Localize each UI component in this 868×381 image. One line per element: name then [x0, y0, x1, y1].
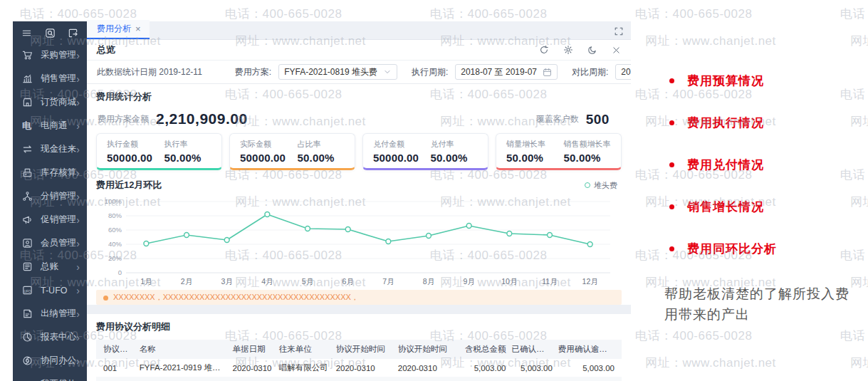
table-header-cell: 含税总金额 — [457, 344, 509, 355]
chart-title: 费用近12月环比 — [96, 179, 162, 192]
plan-amount-label: 费用方案金额 — [98, 113, 149, 127]
search-icon[interactable] — [45, 28, 56, 38]
table-cell: 2020-0310 — [229, 364, 276, 372]
sidebar-item-promotion[interactable]: 促销管理› — [13, 208, 87, 231]
bullet-text: 费用兑付情况 — [687, 157, 764, 173]
stat-card-1: 实际金额50000.00占比率50.00% — [229, 133, 355, 170]
sidebar-item-ledger[interactable]: 总账› — [13, 255, 87, 278]
table-cell: 2020-0310 — [333, 364, 395, 372]
stat-field-label: 兑付金额 — [373, 139, 431, 150]
table-header-cell: 名称 — [137, 344, 230, 355]
tab-expense-analysis[interactable]: 费用分析 × — [87, 20, 150, 39]
close-icon[interactable] — [612, 46, 621, 55]
member-icon — [22, 238, 34, 249]
stat-field-label: 执行金额 — [107, 139, 164, 150]
sidebar-item-order-mall[interactable]: 订货商城› — [13, 90, 87, 114]
settings-icon[interactable] — [563, 45, 573, 55]
plan-label: 费用方案: — [235, 66, 271, 78]
feature-bullet: 费用兑付情况 — [669, 157, 868, 173]
sidebar-item-member[interactable]: 会员管理› — [13, 231, 87, 255]
tab-bar: 费用分析 × — [87, 21, 631, 40]
table-title: 费用协议分析明细 — [96, 320, 622, 333]
sidebar-item-label: 协同办公 — [41, 355, 76, 367]
sidebar-item-ecommerce[interactable]: 电电商通› — [13, 114, 87, 137]
sidebar-item-purchase[interactable]: 采购管理› — [13, 43, 87, 67]
sidebar-item-report-center[interactable]: 报表中心› — [13, 325, 87, 349]
table-header-cell: 费用确认逾期金额 — [555, 344, 617, 355]
bullet-dot-icon — [669, 204, 674, 209]
moon-icon[interactable] — [587, 45, 597, 55]
hamburger-icon[interactable] — [21, 28, 32, 38]
svg-text:5月: 5月 — [302, 277, 313, 286]
sidebar-item-t-ufo[interactable]: UFOT-UFO› — [13, 278, 87, 302]
tab-close-icon[interactable]: × — [135, 24, 141, 34]
sidebar-item-cash[interactable]: 现金往来› — [13, 137, 87, 161]
chevron-right-icon: › — [76, 333, 80, 343]
svg-text:7月: 7月 — [382, 277, 394, 286]
chevron-right-icon: › — [76, 286, 80, 296]
sidebar-item-cashier[interactable]: 出纳管理› — [13, 302, 87, 325]
right-info-panel: 费用预算情况费用执行情况费用兑付情况销售增长情况费用同环比分析 帮助老板清楚的了… — [631, 21, 868, 381]
chevron-right-icon: › — [76, 145, 80, 155]
table-header-cell: 单据日期 — [229, 344, 276, 355]
table-header-cell: 已确认金额 — [508, 344, 555, 355]
plan-select[interactable]: FYFA-2021-0819 堆头费 — [278, 64, 397, 80]
section-divider — [87, 305, 631, 314]
stat-field: 执行金额50000.00 — [107, 139, 164, 164]
svg-text:40%: 40% — [108, 240, 122, 248]
tab-label: 费用分析 — [97, 23, 131, 35]
exec-period-value: 2018-07 至 2019-07 — [461, 66, 537, 78]
exchange-icon — [22, 144, 34, 155]
agreement-table: 协议编号名称单据日期往来单位协议开始时间协议开始时间含税总金额已确认金额费用确认… — [96, 340, 622, 381]
stat-field-label: 占比率 — [298, 139, 355, 150]
svg-text:3月: 3月 — [221, 277, 232, 286]
sidebar-item-inventory[interactable]: 库存核算› — [13, 161, 87, 184]
chevron-right-icon: › — [76, 309, 80, 319]
svg-text:80%: 80% — [108, 212, 122, 219]
stat-field-label: 实际金额 — [240, 139, 298, 150]
fullscreen-icon[interactable] — [614, 26, 624, 39]
svg-text:2月: 2月 — [181, 277, 192, 286]
stat-field-value: 50.00% — [564, 152, 622, 164]
main-area: 费用分析 × 总览 此数据统计日期 2019-12-11 费用方案: FYFA-… — [87, 21, 631, 381]
chevron-right-icon: › — [76, 356, 80, 366]
svg-text:1月: 1月 — [140, 277, 152, 286]
table-header-cell: 协议开始时间 — [333, 344, 395, 355]
stat-field-label: 销售额增长率 — [564, 139, 622, 150]
feature-bullet: 费用同环比分析 — [669, 241, 868, 257]
chevron-right-icon: › — [76, 98, 80, 108]
page-title: 总览 — [97, 43, 115, 56]
bullet-dot-icon — [669, 78, 674, 83]
title-bar: 总览 — [87, 40, 631, 61]
legend-label: 堆头费 — [594, 180, 617, 191]
chart-legend[interactable]: 堆头费 — [585, 180, 622, 191]
table-row[interactable]: 001FYFA-2021-0919 堆头费2020-0310唱解有限公司2020… — [96, 359, 622, 377]
sidebar-item-loan[interactable]: 我要贷款› — [13, 372, 87, 381]
sidebar-item-label: 分销管理 — [41, 190, 76, 202]
notice-dot-icon — [103, 293, 108, 302]
sidebar-item-label: 订货商城 — [41, 96, 76, 108]
stat-field-label: 执行率 — [164, 139, 222, 150]
customers-label: 覆盖客户数 — [536, 113, 579, 127]
table-header-cell: 往来单位 — [276, 344, 333, 355]
exec-period-input[interactable]: 2018-07 至 2019-07 — [455, 64, 558, 80]
section-title-statistics: 费用统计分析 — [96, 90, 622, 103]
table-row[interactable]: 002FYFA-2021-0919 堆头费2020-0310唱解有限公司2020… — [96, 377, 622, 381]
sidebar-item-collaboration[interactable]: 协同办公› — [13, 349, 87, 372]
notice-bar: XXXXXXXX，XXXXXXXXXXXXXXXXXXXXXXXXXXXXXXX… — [96, 290, 622, 305]
stat-field-value: 50.00% — [298, 152, 355, 164]
inventory-icon — [22, 167, 34, 178]
sidebar-item-distribution[interactable]: 分销管理› — [13, 184, 87, 208]
table-cell: 5,003.00 — [508, 364, 555, 372]
refresh-icon[interactable] — [539, 45, 549, 55]
bullet-text: 费用预算情况 — [687, 73, 764, 89]
sidebar-item-sales[interactable]: 销售管理› — [13, 67, 87, 90]
window-action-icons — [539, 45, 621, 55]
watermark-phone: 电话：400-665-0028 — [635, 6, 752, 22]
sidebar-item-label: 报表中心 — [41, 331, 76, 343]
table-cell: 5,003.00 — [555, 364, 617, 372]
svg-text:100%: 100% — [105, 197, 122, 205]
export-icon[interactable] — [68, 28, 78, 38]
table-cell: 唱解有限公司 — [276, 362, 333, 373]
chevron-down-icon — [383, 68, 392, 76]
